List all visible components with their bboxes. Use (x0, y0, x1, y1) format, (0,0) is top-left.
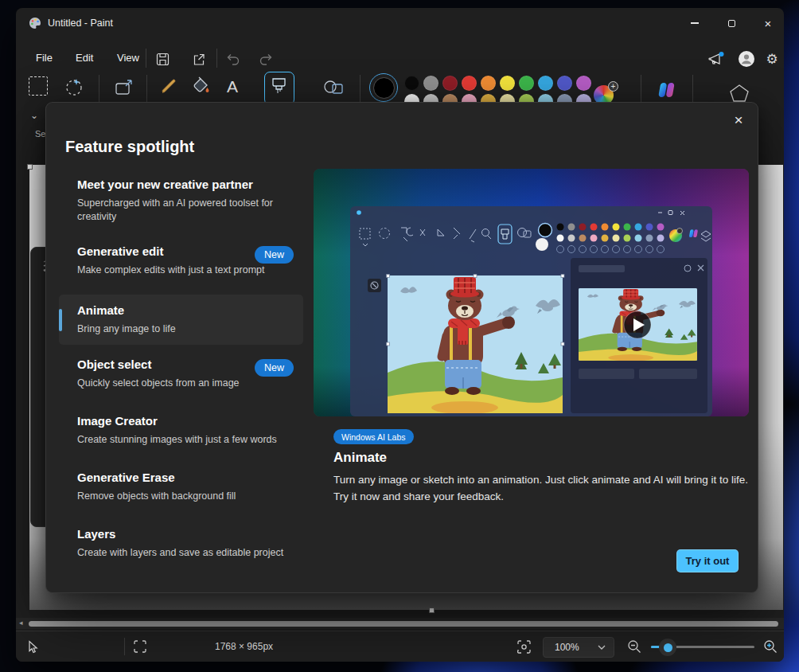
scroll-left-arrow-icon[interactable]: ◂ (19, 619, 23, 627)
color-swatch[interactable] (404, 76, 419, 91)
image-resize-icon[interactable] (111, 75, 137, 100)
color-swatch[interactable] (442, 76, 458, 91)
selection-chevron-down-icon[interactable]: ⌄ (30, 110, 38, 121)
feature-title: Image Creator (77, 414, 294, 428)
dialog-title: Feature spotlight (65, 138, 194, 156)
selected-accent-bar (59, 309, 62, 331)
menu-file[interactable]: File (25, 46, 64, 70)
selection-handle[interactable] (27, 164, 33, 170)
color-swatch[interactable] (538, 76, 553, 91)
new-badge: New (255, 359, 294, 377)
zoom-level-value: 100% (555, 642, 579, 653)
fill-bucket-icon[interactable] (189, 75, 213, 99)
windows-ai-labs-badge: Windows AI Labs (333, 429, 414, 444)
preview-animate-panel (571, 258, 707, 413)
selection-handle[interactable] (429, 608, 435, 613)
new-badge: New (255, 246, 294, 264)
try-it-out-button[interactable]: Try it out (676, 549, 739, 572)
selection-size-icon[interactable] (129, 636, 151, 657)
share-icon[interactable] (188, 48, 210, 70)
save-icon[interactable] (151, 48, 173, 70)
magic-select-icon[interactable] (62, 75, 86, 99)
feature-desc: Supercharged with an AI powered toolset … (77, 197, 290, 224)
minimize-button[interactable] (676, 8, 713, 38)
zoom-dropdown[interactable]: 100% (543, 637, 614, 658)
text-tool-icon[interactable]: A (221, 75, 244, 99)
horizontal-scrollbar[interactable]: ◂ (16, 618, 784, 629)
feedback-megaphone-icon[interactable] (705, 47, 729, 71)
menu-view[interactable]: View (106, 46, 150, 70)
feature-title: Meet your new creative partner (77, 178, 294, 191)
titlebar: Untitled - Paint × (16, 8, 784, 38)
window-title: Untitled - Paint (48, 18, 113, 29)
feature-desc: Create with layers and save as editable … (77, 546, 294, 560)
feature-desc: Create stunning images with just a few w… (77, 433, 294, 447)
scrollbar-thumb[interactable] (29, 621, 778, 627)
chevron-down-icon (598, 645, 606, 650)
color-swatch[interactable] (500, 76, 515, 91)
maximize-button[interactable] (713, 8, 750, 38)
preview-play-button (624, 311, 651, 338)
fit-to-screen-icon[interactable] (513, 636, 535, 657)
zoom-out-icon[interactable] (623, 636, 645, 657)
canvas-size-label: 1768 × 965px (215, 641, 273, 652)
zoom-slider-handle[interactable] (659, 639, 676, 656)
color-swatch[interactable] (462, 76, 477, 91)
zoom-in-icon[interactable] (759, 636, 781, 657)
preview-bear-illustration (388, 275, 563, 414)
feature-item-animate-selected[interactable]: Animate Bring any image to life (59, 295, 303, 345)
palette-row-1 (404, 76, 595, 91)
feature-item-layers[interactable]: Layers Create with layers and save as ed… (59, 521, 303, 565)
color-swatch[interactable] (423, 76, 438, 91)
redo-icon[interactable] (255, 48, 277, 70)
feature-item-generative-edit[interactable]: Generative edit Make complex edits with … (59, 238, 303, 284)
color-swatch[interactable] (519, 76, 534, 91)
color-swatch[interactable] (576, 76, 591, 91)
feature-title: Layers (77, 527, 294, 541)
divider (146, 49, 146, 68)
detail-description: Turn any image or sketch into an animati… (333, 472, 749, 506)
close-button[interactable]: × (750, 8, 784, 38)
divider (124, 638, 125, 655)
brushes-tool-selected[interactable] (264, 72, 294, 105)
detail-title: Animate (333, 450, 387, 466)
menu-edit[interactable]: Edit (64, 46, 104, 70)
feature-item-creative-partner[interactable]: Meet your new creative partner Superchar… (59, 171, 303, 229)
feature-desc: Make complex edits with just a text prom… (77, 264, 294, 277)
shapes-icon[interactable] (320, 75, 347, 100)
undo-icon[interactable] (222, 48, 244, 70)
desktop-wallpaper: Untitled - Paint × File Edit View ⚙ (0, 0, 799, 672)
feature-item-image-creator[interactable]: Image Creator Create stunning images wit… (59, 408, 303, 451)
color-swatch[interactable] (481, 76, 496, 91)
feature-desc: Remove objects with background fill (77, 490, 294, 503)
feature-item-generative-erase[interactable]: Generative Erase Remove objects with bac… (59, 464, 303, 508)
feature-title: Animate (77, 303, 294, 317)
paint-logo-icon (29, 17, 41, 29)
dialog-close-icon[interactable]: × (727, 109, 750, 131)
copilot-icon[interactable] (654, 78, 678, 102)
feature-spotlight-dialog: × Feature spotlight Meet your new creati… (45, 102, 758, 593)
feature-desc: Bring any image to life (77, 322, 294, 336)
divider (216, 49, 217, 68)
color-swatch[interactable] (557, 76, 572, 91)
feature-item-object-select[interactable]: Object select Quickly select objects fro… (59, 351, 303, 397)
paint-window: Untitled - Paint × File Edit View ⚙ (16, 8, 784, 662)
add-color-plus-icon: + (608, 81, 618, 92)
feature-preview-image (314, 169, 749, 416)
rectangle-select-icon[interactable] (29, 76, 48, 96)
settings-gear-icon[interactable]: ⚙ (761, 47, 783, 71)
feature-title: Generative Erase (77, 471, 294, 484)
pointer-cursor-icon[interactable] (22, 636, 45, 657)
pencil-icon[interactable] (158, 75, 180, 99)
feature-desc: Quickly select objects from an image (77, 377, 294, 390)
status-bar: 1768 × 965px 100% (16, 631, 784, 662)
account-icon[interactable] (735, 47, 758, 71)
selected-color-indicator[interactable] (369, 73, 398, 102)
